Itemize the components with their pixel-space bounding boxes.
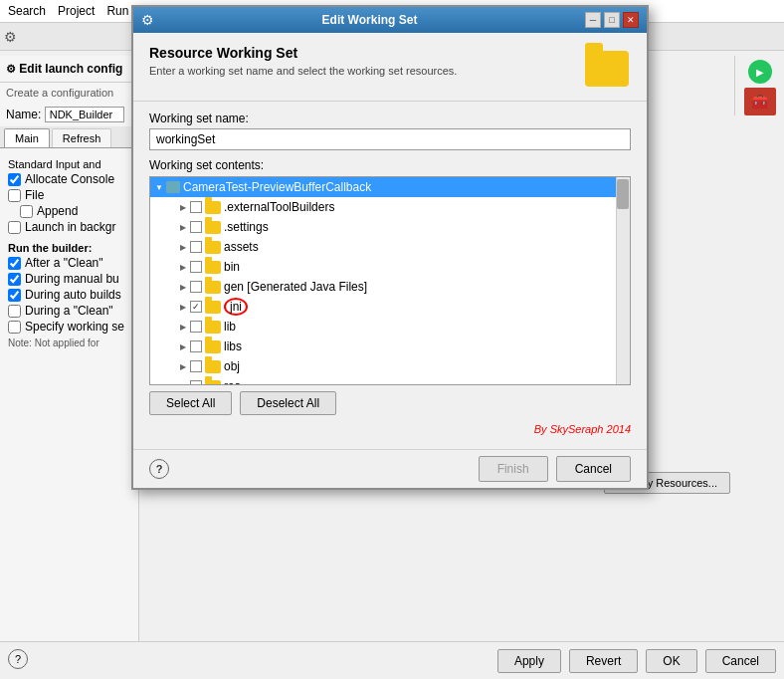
checkbox-lib[interactable]: [190, 321, 202, 333]
cancel-button[interactable]: Cancel: [556, 456, 631, 482]
tree-item-obj[interactable]: obj: [150, 356, 630, 376]
tree-container[interactable]: CameraTest-PreviewBufferCallback .extern…: [149, 176, 631, 385]
modal-minimize-button[interactable]: ─: [585, 12, 601, 28]
expand-icon-res: [178, 381, 188, 385]
deselect-all-button[interactable]: Deselect All: [240, 391, 336, 415]
modal-titlebar-controls: ─ □ ✕: [585, 12, 639, 28]
checkbox-res[interactable]: [190, 380, 202, 385]
expand-icon-obj: [178, 361, 188, 371]
checkbox-assets[interactable]: [190, 241, 202, 253]
tree-label-lib: lib: [224, 320, 236, 334]
tree-label-obj: obj: [224, 359, 240, 373]
modal-footer: ? Finish Cancel: [133, 449, 647, 488]
folder-large-icon: [585, 51, 629, 87]
tree-scrollbar[interactable]: [616, 177, 630, 384]
expand-icon-jni: [178, 302, 188, 312]
select-buttons: Select All Deselect All: [149, 391, 631, 415]
modal-header-icon: [583, 45, 631, 93]
modal-header-desc: Enter a working set name and select the …: [149, 65, 457, 77]
folder-icon-libs: [205, 340, 221, 353]
expand-icon-bin: [178, 262, 188, 272]
checkbox-settings[interactable]: [190, 221, 202, 233]
checkbox-libs[interactable]: [190, 340, 202, 352]
tree-label-external: .externalToolBuilders: [224, 200, 334, 214]
tree-item-camera-test[interactable]: CameraTest-PreviewBufferCallback: [150, 177, 630, 197]
folder-icon-res: [205, 380, 221, 386]
tree-label-camera: CameraTest-PreviewBufferCallback: [183, 180, 371, 194]
folder-icon-obj: [205, 360, 221, 373]
working-set-contents-label: Working set contents:: [149, 158, 631, 172]
expand-icon-external: [178, 202, 188, 212]
tree-label-jni: jni: [224, 298, 248, 316]
modal-maximize-button[interactable]: □: [604, 12, 620, 28]
expand-icon-libs: [178, 341, 188, 351]
checkbox-jni[interactable]: [190, 301, 202, 313]
checkbox-gen[interactable]: [190, 281, 202, 293]
select-all-button[interactable]: Select All: [149, 391, 232, 415]
watermark-text: By SkySeraph 2014: [149, 419, 631, 439]
expand-icon-settings: [178, 222, 188, 232]
tree-label-res: res: [224, 379, 241, 385]
folder-icon-external: [205, 201, 221, 214]
folder-icon-jni: [205, 301, 221, 314]
tree-item-bin[interactable]: bin: [150, 257, 630, 277]
tree-label-bin: bin: [224, 260, 240, 274]
expand-icon-camera: [154, 182, 164, 192]
working-set-name-input[interactable]: [149, 128, 631, 150]
modal-header-text: Resource Working Set Enter a working set…: [149, 45, 457, 77]
checkbox-obj[interactable]: [190, 360, 202, 372]
modal-header-title: Resource Working Set: [149, 45, 457, 61]
modal-help-icon[interactable]: ?: [149, 459, 169, 479]
scrollbar-thumb[interactable]: [617, 179, 629, 209]
tree-item-assets[interactable]: assets: [150, 237, 630, 257]
tree-label-gen: gen [Generated Java Files]: [224, 280, 367, 294]
modal-title-icon: ⚙: [141, 12, 154, 28]
project-icon-camera: [166, 181, 180, 193]
tree-item-external[interactable]: .externalToolBuilders: [150, 197, 630, 217]
folder-icon-settings: [205, 221, 221, 234]
modal-body: Working set name: Working set contents: …: [133, 102, 647, 449]
working-set-name-label: Working set name:: [149, 112, 631, 125]
modal-header: Resource Working Set Enter a working set…: [133, 33, 647, 102]
modal-close-button[interactable]: ✕: [623, 12, 639, 28]
tree-label-settings: .settings: [224, 220, 269, 234]
modal-overlay: ⚙ Edit Working Set ─ □ ✕ Resource Workin…: [0, 0, 784, 679]
expand-icon-lib: [178, 322, 188, 332]
checkbox-bin[interactable]: [190, 261, 202, 273]
folder-icon-bin: [205, 261, 221, 274]
tree-item-lib[interactable]: lib: [150, 317, 630, 337]
tree-item-settings[interactable]: .settings: [150, 217, 630, 237]
edit-working-set-dialog: ⚙ Edit Working Set ─ □ ✕ Resource Workin…: [131, 5, 649, 490]
folder-icon-gen: [205, 281, 221, 294]
tree-item-gen[interactable]: gen [Generated Java Files]: [150, 277, 630, 297]
modal-titlebar: ⚙ Edit Working Set ─ □ ✕: [133, 7, 647, 33]
tree-label-libs: libs: [224, 340, 242, 353]
folder-icon-assets: [205, 241, 221, 254]
tree-item-libs[interactable]: libs: [150, 337, 630, 356]
checkbox-external[interactable]: [190, 201, 202, 213]
finish-button[interactable]: Finish: [479, 456, 548, 482]
tree-label-assets: assets: [224, 240, 259, 254]
expand-icon-gen: [178, 282, 188, 292]
tree-item-res[interactable]: res: [150, 376, 630, 385]
tree-item-jni[interactable]: jni: [150, 297, 630, 317]
modal-title: Edit Working Set: [154, 13, 585, 27]
expand-icon-assets: [178, 242, 188, 252]
folder-icon-lib: [205, 321, 221, 334]
